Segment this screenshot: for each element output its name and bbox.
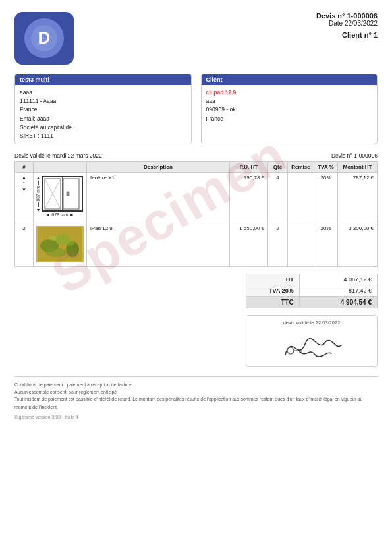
client-box-title: Client <box>202 74 378 85</box>
col-tva: TVA % <box>314 162 338 173</box>
svg-point-14 <box>45 248 67 257</box>
row2-tva: 20% <box>314 223 338 267</box>
row2-montant: 3 300,00 € <box>338 223 378 267</box>
doc-number: 1-000006 <box>347 12 378 20</box>
tva-label: TVA 20% <box>246 285 300 297</box>
row1-index: ▲ 1 ▼ <box>15 173 34 223</box>
row1-tva: 20% <box>314 173 338 223</box>
logo-box: D <box>14 12 74 65</box>
company-box-body: aaaa 111111 - Aaaa France Email: aaaa So… <box>15 85 191 144</box>
client-label: Client n° <box>342 31 372 39</box>
footer-section: Conditions de paiement : paiement à réce… <box>14 376 378 421</box>
row2-pu: 1 650,00 € <box>230 223 268 267</box>
client-line4: France <box>206 115 373 123</box>
row2-index: 2 <box>15 223 34 267</box>
signature-drawing <box>266 330 358 361</box>
svg-rect-8 <box>67 192 69 196</box>
validated-date: mardi 22 mars 2022 <box>52 152 102 159</box>
sig-label: devis validé le 22/03/2022 <box>254 320 369 326</box>
totals-section: HT 4 087,12 € TVA 20% 817,42 € TTC 4 904… <box>14 274 378 308</box>
col-index: # <box>15 162 34 173</box>
col-desc: Description <box>87 162 230 173</box>
header-area: D Devis n° 1-000006 Date 22/03/2022 Clie… <box>14 12 378 65</box>
row2-image <box>34 223 87 267</box>
company-line6: SIRET : 1111 <box>20 132 186 140</box>
svg-point-17 <box>287 347 294 354</box>
totals-ht-row: HT 4 087,12 € <box>246 274 378 285</box>
info-section: test3 multi aaaa 111111 - Aaaa France Em… <box>14 74 378 144</box>
col-montant: Montant HT <box>338 162 378 173</box>
totals-table: HT 4 087,12 € TVA 20% 817,42 € TTC 4 904… <box>246 274 378 308</box>
signature-box: devis validé le 22/03/2022 <box>246 315 378 367</box>
window-svg <box>42 175 84 212</box>
items-table: # Description P.U. HT Qté Remise TVA % M… <box>14 161 378 267</box>
company-line5: Société au capital de .... <box>20 123 186 132</box>
footer-line2: Aucun escompte consenti pour règlement a… <box>14 388 378 395</box>
client-box-body: cli pad 12.9 aaa 090909 - ok France <box>202 85 378 127</box>
svg-rect-5 <box>63 179 79 209</box>
row2-desc: iPad 12.9 <box>87 223 230 267</box>
col-qte: Qté <box>268 162 288 173</box>
row1-image: ▲ 887 mm ▼ <box>34 173 87 223</box>
col-remise: Remise <box>288 162 314 173</box>
svg-point-15 <box>49 235 57 241</box>
ipad-image-svg <box>36 226 84 262</box>
client-num: Client n° 1 <box>316 31 378 39</box>
company-box: test3 multi aaaa 111111 - Aaaa France Em… <box>14 74 192 144</box>
client-line3: 090909 - ok <box>206 105 373 114</box>
company-line3: France <box>20 105 186 114</box>
row1-pu: 190,78 € <box>230 173 268 223</box>
doc-title: Devis n° 1-000006 <box>316 12 378 20</box>
client-name: cli pad 12.9 <box>206 88 373 97</box>
col-pu: P.U. HT <box>230 162 268 173</box>
header-right: Devis n° 1-000006 Date 22/03/2022 Client… <box>316 12 378 39</box>
validated-ref-label: Devis n° <box>331 152 352 159</box>
company-line4: Email: aaaa <box>20 115 186 123</box>
totals-ttc-row: TTC 4 904,54 € <box>246 297 378 308</box>
table-row: ▲ 1 ▼ ▲ 887 mm ▼ <box>15 173 378 223</box>
company-box-title: test3 multi <box>15 74 191 85</box>
company-line2: 111111 - Aaaa <box>20 97 186 105</box>
signature-section: devis validé le 22/03/2022 <box>14 315 378 367</box>
ttc-value: 4 904,54 € <box>299 297 377 308</box>
validated-label: Devis validé le <box>14 152 51 159</box>
row2-remise <box>288 223 314 267</box>
footer-line1: Conditions de paiement : paiement à réce… <box>14 381 378 388</box>
row1-qte: 4 <box>268 173 288 223</box>
row2-qte: 2 <box>268 223 288 267</box>
validated-left: Devis validé le mardi 22 mars 2022 <box>14 152 102 159</box>
footer-version: Digitrame version 3.08 - build 4 <box>14 413 378 421</box>
logo-icon: D <box>24 18 64 58</box>
row1-remise <box>288 173 314 223</box>
client-box: Client cli pad 12.9 aaa 090909 - ok Fran… <box>201 74 378 144</box>
validated-right: Devis n° 1-000006 <box>331 152 378 159</box>
company-line1: aaaa <box>20 88 186 97</box>
date-value: 22/03/2022 <box>345 20 378 27</box>
doc-label: Devis n° <box>316 12 345 20</box>
svg-text:D: D <box>38 28 51 47</box>
ht-value: 4 087,12 € <box>299 274 377 285</box>
footer-line3: Tout incident de paiement est passible d… <box>14 395 378 410</box>
client-number: 1 <box>374 31 378 39</box>
totals-tva-row: TVA 20% 817,42 € <box>246 285 378 297</box>
window-drawing: ▲ 887 mm ▼ <box>36 175 84 220</box>
page: Specimen D Devis n° 1-000006 Date 22/03/… <box>0 0 392 555</box>
ttc-label: TTC <box>246 297 300 308</box>
validated-ref-value: 1-000006 <box>354 152 378 159</box>
width-dim: ◄ 678 mm ► <box>36 212 84 217</box>
svg-point-16 <box>64 239 74 246</box>
doc-date: Date 22/03/2022 <box>316 20 378 27</box>
validated-line: Devis validé le mardi 22 mars 2022 Devis… <box>14 152 378 159</box>
ht-label: HT <box>246 274 300 285</box>
date-label: Date <box>329 20 343 27</box>
row1-desc: fenêtre X1 <box>87 173 230 223</box>
tva-value: 817,42 € <box>299 285 377 297</box>
row1-montant: 787,12 € <box>338 173 378 223</box>
client-line2: aaa <box>206 97 373 105</box>
col-img <box>34 162 87 173</box>
table-row: 2 iPad 12.9 <box>15 223 378 267</box>
